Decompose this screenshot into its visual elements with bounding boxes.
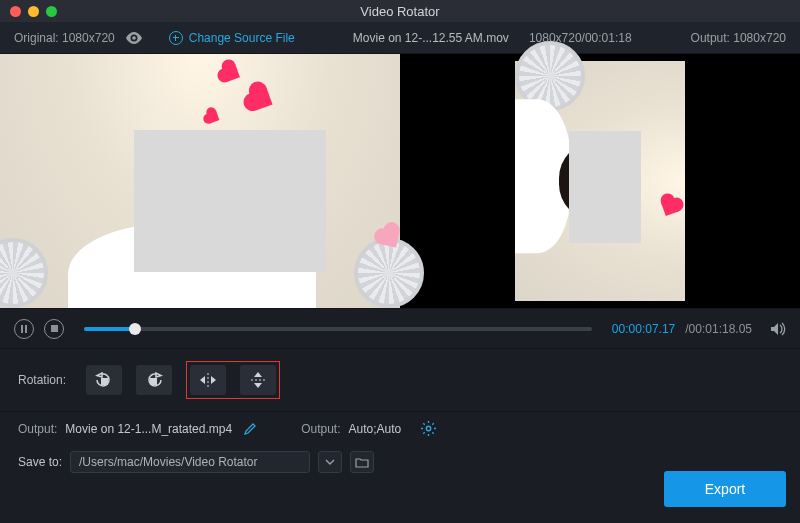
pause-button[interactable] xyxy=(14,319,34,339)
preview-area xyxy=(0,54,800,308)
save-to-label: Save to: xyxy=(18,455,62,469)
output-settings-icon[interactable] xyxy=(421,421,436,436)
svg-point-3 xyxy=(427,426,431,430)
save-path-input[interactable]: /Users/mac/Movies/Video Rotator xyxy=(70,451,310,473)
output-file-label: Output: xyxy=(18,422,57,436)
save-path-dropdown[interactable] xyxy=(318,451,342,473)
info-bar: Original: 1080x720 Change Source File Mo… xyxy=(0,22,800,54)
volume-icon[interactable] xyxy=(770,322,786,336)
window-title: Video Rotator xyxy=(0,4,800,19)
preview-original xyxy=(0,54,400,308)
export-button[interactable]: Export xyxy=(664,471,786,507)
preview-visibility-icon[interactable] xyxy=(125,32,143,44)
time-total: /00:01:18.05 xyxy=(685,322,752,336)
preview-output xyxy=(400,54,800,308)
time-current: 00:00:07.17 xyxy=(612,322,675,336)
rotation-label: Rotation: xyxy=(18,373,66,387)
output-mode: Auto;Auto xyxy=(348,422,401,436)
flip-horizontal-button[interactable] xyxy=(190,365,226,395)
change-source-button[interactable]: Change Source File xyxy=(169,31,295,45)
svg-rect-1 xyxy=(101,378,108,385)
flip-highlight xyxy=(186,361,280,399)
plus-circle-icon xyxy=(169,31,183,45)
open-folder-button[interactable] xyxy=(350,451,374,473)
titlebar: Video Rotator xyxy=(0,0,800,22)
output-row: Output: Movie on 12-1...M_ratated.mp4 Ou… xyxy=(0,411,800,445)
edit-filename-icon[interactable] xyxy=(244,422,257,435)
flip-vertical-button[interactable] xyxy=(240,365,276,395)
original-dimensions: Original: 1080x720 xyxy=(14,31,115,45)
rotate-left-button[interactable] xyxy=(86,365,122,395)
rotation-controls: Rotation: xyxy=(0,348,800,411)
face-mask xyxy=(134,130,326,272)
playback-controls: 00:00:07.17/00:01:18.05 xyxy=(0,308,800,348)
source-filename: Movie on 12-...12.55 AM.mov xyxy=(353,31,509,45)
fan-decor xyxy=(354,238,424,308)
output-filename: Movie on 12-1...M_ratated.mp4 xyxy=(65,422,232,436)
change-source-label: Change Source File xyxy=(189,31,295,45)
svg-point-0 xyxy=(132,36,136,40)
stop-button[interactable] xyxy=(44,319,64,339)
rotate-right-button[interactable] xyxy=(136,365,172,395)
output-dimensions: Output: 1080x720 xyxy=(691,31,786,45)
svg-rect-2 xyxy=(150,378,157,385)
save-path-value: /Users/mac/Movies/Video Rotator xyxy=(79,455,258,469)
seek-slider[interactable] xyxy=(84,327,592,331)
output-mode-label: Output: xyxy=(301,422,340,436)
